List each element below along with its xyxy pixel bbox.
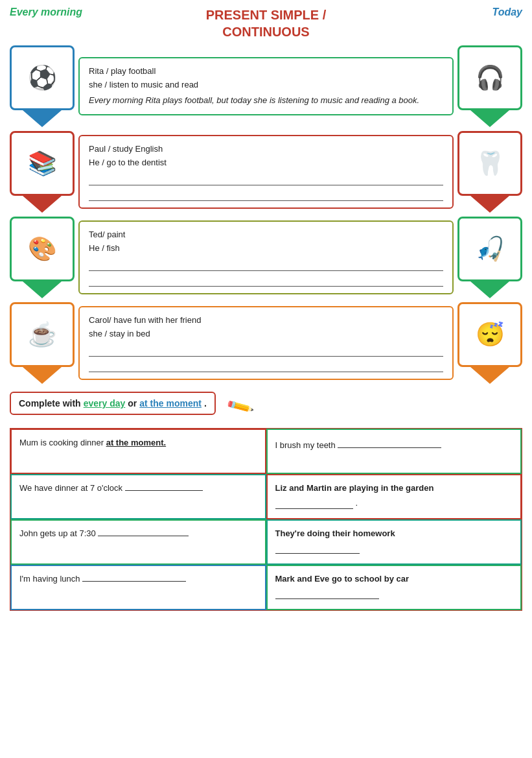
image-box-right-3: 🎣	[457, 217, 522, 281]
cell-text: We have dinner at 7 o'clock	[19, 482, 257, 495]
answer-cell-2: I brush my teeth	[266, 429, 522, 474]
prompt-line: He / go to the dentist	[89, 156, 443, 170]
cell-text: Mark and Eve go to school by car	[275, 573, 513, 586]
cell-text: I'm having lunch	[19, 573, 257, 586]
answer-grid: Mum is cooking dinner at the moment. I b…	[10, 428, 522, 611]
prompt-line: Carol/ have fun with her friend	[89, 314, 443, 327]
instruction-end: .	[204, 398, 207, 409]
instruction-text-start: Complete with	[19, 398, 81, 409]
image-box-left-3: 🎨	[10, 217, 75, 281]
answer-cell-6: They're doing their homework	[266, 519, 522, 565]
corner-label-left: Every morning	[10, 6, 82, 18]
right-image-3: 🎣	[457, 217, 522, 298]
image-box-right-4: 😴	[457, 302, 522, 367]
prompt-line: Paul / study English	[89, 143, 443, 156]
text-box-2: Paul / study English He / go to the dent…	[78, 135, 454, 209]
image-box-right-1: 🎧	[457, 45, 522, 110]
cell-text: Liz and Martin are playing in the garden	[275, 482, 513, 495]
complete-instruction: Complete with every day or at the moment…	[10, 392, 216, 415]
text-box-3: Ted/ paint He / fish	[78, 220, 454, 294]
answer-line	[89, 274, 443, 287]
answer-line	[89, 258, 443, 271]
answer-cell-3: We have dinner at 7 o'clock	[10, 474, 266, 519]
prompt-line: He / fish	[89, 242, 443, 255]
prompt-line: Ted/ paint	[89, 228, 443, 242]
answer-line	[89, 188, 443, 201]
left-image-4: ☕	[10, 302, 75, 384]
exercise-row-2: 📚 Paul / study English He / go to the de…	[10, 131, 522, 213]
cell-text: John gets up at 7:30	[19, 527, 257, 541]
complete-header: Complete with every day or at the moment…	[10, 392, 522, 421]
exercise-row-3: 🎨 Ted/ paint He / fish 🎣	[10, 217, 522, 298]
left-image-2: 📚	[10, 131, 75, 213]
exercise-row-4: ☕ Carol/ have fun with her friend she / …	[10, 302, 522, 384]
left-image-1: ⚽	[10, 45, 75, 127]
text-box-4: Carol/ have fun with her friend she / st…	[78, 306, 454, 380]
answer-line	[89, 359, 443, 372]
image-box-left-4: ☕	[10, 302, 75, 367]
prompt-line: she / stay in bed	[89, 327, 443, 341]
text-box-1: Rita / play football she / listen to mus…	[78, 57, 454, 115]
cell-text: They're doing their homework	[275, 527, 513, 541]
answer-cell-5: John gets up at 7:30	[10, 519, 266, 565]
exercise-section: ⚽ Rita / play football she / listen to m…	[10, 45, 522, 384]
every-day-highlight: every day	[84, 398, 126, 409]
prompt-line: she / listen to music and read	[89, 78, 443, 92]
page-title: PRESENT SIMPLE / CONTINUOUS	[10, 6, 522, 40]
example-text: Every morning Rita plays football, but t…	[89, 94, 443, 108]
cell-text: I brush my teeth	[275, 436, 513, 453]
answer-cell-8: Mark and Eve go to school by car	[266, 565, 522, 610]
right-image-2: 🦷	[457, 131, 522, 213]
right-image-1: 🎧	[457, 45, 522, 127]
header: Every morning PRESENT SIMPLE / CONTINUOU…	[10, 6, 522, 40]
right-image-4: 😴	[457, 302, 522, 384]
left-image-3: 🎨	[10, 217, 75, 298]
pencil-icon: ✏️	[225, 392, 255, 421]
prompt-line: Rita / play football	[89, 65, 443, 78]
cell-text: Mum is cooking dinner at the moment.	[19, 436, 257, 450]
at-the-moment-highlight: at the moment	[139, 398, 202, 409]
exercise-row-1: ⚽ Rita / play football she / listen to m…	[10, 45, 522, 127]
answer-cell-7: I'm having lunch	[10, 565, 266, 610]
image-box-right-2: 🦷	[457, 131, 522, 196]
instruction-or: or	[128, 398, 137, 409]
answer-cell-1: Mum is cooking dinner at the moment.	[10, 429, 266, 474]
corner-label-right: Today	[492, 6, 522, 18]
answer-line	[89, 172, 443, 185]
image-box-left-1: ⚽	[10, 45, 75, 110]
answer-line	[89, 344, 443, 357]
answer-cell-4: Liz and Martin are playing in the garden…	[266, 474, 522, 519]
image-box-left-2: 📚	[10, 131, 75, 196]
